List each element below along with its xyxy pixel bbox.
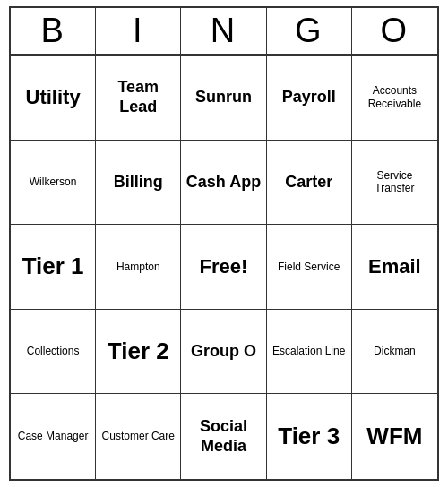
bingo-cell-14: Email — [352, 225, 437, 310]
bingo-cell-13: Field Service — [267, 225, 352, 310]
bingo-cell-4: Accounts Receivable — [352, 56, 437, 141]
bingo-cell-24: WFM — [352, 394, 437, 479]
bingo-cell-9: Service Transfer — [352, 141, 437, 226]
bingo-header: BINGO — [11, 8, 437, 56]
bingo-grid: UtilityTeam LeadSunrunPayrollAccounts Re… — [11, 56, 437, 479]
bingo-cell-10: Tier 1 — [11, 225, 96, 310]
bingo-cell-12: Free! — [181, 225, 266, 310]
header-letter-n: N — [181, 8, 266, 54]
header-letter-g: G — [267, 8, 352, 54]
bingo-cell-8: Carter — [267, 141, 352, 226]
bingo-cell-5: Wilkerson — [11, 141, 96, 226]
bingo-cell-1: Team Lead — [96, 56, 181, 141]
bingo-cell-21: Customer Care — [96, 394, 181, 479]
bingo-cell-2: Sunrun — [181, 56, 266, 141]
header-letter-b: B — [11, 8, 96, 54]
bingo-cell-16: Tier 2 — [96, 310, 181, 395]
bingo-cell-22: Social Media — [181, 394, 266, 479]
bingo-cell-7: Cash App — [181, 141, 266, 226]
header-letter-o: O — [352, 8, 437, 54]
bingo-cell-20: Case Manager — [11, 394, 96, 479]
bingo-cell-11: Hampton — [96, 225, 181, 310]
bingo-cell-6: Billing — [96, 141, 181, 226]
bingo-cell-23: Tier 3 — [267, 394, 352, 479]
header-letter-i: I — [96, 8, 181, 54]
bingo-card: BINGO UtilityTeam LeadSunrunPayrollAccou… — [9, 6, 439, 481]
bingo-cell-3: Payroll — [267, 56, 352, 141]
bingo-cell-17: Group O — [181, 310, 266, 395]
bingo-cell-19: Dickman — [352, 310, 437, 395]
bingo-cell-0: Utility — [11, 56, 96, 141]
bingo-cell-18: Escalation Line — [267, 310, 352, 395]
bingo-cell-15: Collections — [11, 310, 96, 395]
